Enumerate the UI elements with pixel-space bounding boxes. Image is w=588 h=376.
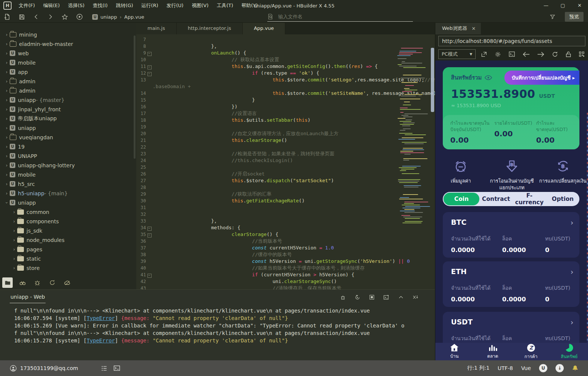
tree-item[interactable]: ›Uapp xyxy=(0,67,136,77)
chevron-right-icon[interactable]: › xyxy=(4,41,10,47)
fold-marker[interactable]: − xyxy=(146,271,153,278)
chevron-right-icon[interactable]: › xyxy=(11,237,17,243)
asset-card-eth[interactable]: ETH›จำนวนเงินที่ใช้ได้0.0000ล็อค0.0000ทบ… xyxy=(443,261,579,307)
tree-item[interactable]: ›Uuniapp xyxy=(0,123,136,133)
terminal-status-icon[interactable] xyxy=(113,365,120,372)
quick-action[interactable]: เพิ่มมูลค่า xyxy=(435,156,486,191)
nav-assets[interactable]: สินทรัพย์ xyxy=(550,343,588,360)
chevron-right-icon[interactable]: › xyxy=(4,125,10,131)
nav-back-icon[interactable] xyxy=(523,52,530,57)
sidebar-scrollbar[interactable] xyxy=(134,35,136,159)
devtools-console-icon[interactable] xyxy=(508,51,515,57)
files-panel-icon[interactable] xyxy=(2,277,13,288)
chevron-right-icon[interactable]: › xyxy=(4,135,10,140)
chevron-right-icon[interactable]: › xyxy=(11,209,17,215)
menu-item-e[interactable]: 编辑(E) xyxy=(39,0,64,11)
tree-item[interactable]: ›U帝启版本uniapp xyxy=(0,114,136,123)
sync-panel-icon[interactable] xyxy=(47,277,57,288)
breadcrumb-file[interactable]: App.vue xyxy=(124,14,144,20)
nav-forward-icon[interactable] xyxy=(537,52,544,57)
settings-gear-icon[interactable] xyxy=(495,51,501,58)
tree-item[interactable]: ›mining xyxy=(0,30,136,39)
cloud-panel-icon[interactable] xyxy=(62,277,72,288)
asset-card-btc[interactable]: BTC›จำนวนเงินที่ใช้ได้0.0000ล็อค0.0000ทบ… xyxy=(443,212,579,258)
editor-tab-http-interceptor-js[interactable]: http.interceptor.js xyxy=(177,22,243,34)
cursor-position[interactable]: 行:1 列:1 xyxy=(467,365,489,372)
preview-button[interactable]: 预览 xyxy=(565,12,584,22)
tree-item[interactable]: ›components xyxy=(0,217,136,226)
collapse-icon[interactable] xyxy=(398,294,404,301)
fold-marker[interactable]: − xyxy=(146,70,153,77)
chevron-right-icon[interactable]: › xyxy=(4,181,10,187)
chevron-right-icon[interactable]: › xyxy=(11,228,17,233)
tree-item[interactable]: ›node_modules xyxy=(0,235,136,245)
chevron-right-icon[interactable]: › xyxy=(11,219,17,224)
forward-icon[interactable] xyxy=(47,14,53,20)
lock-icon[interactable] xyxy=(566,51,571,58)
chevron-right-icon[interactable]: › xyxy=(4,79,10,84)
fold-collapse-icon[interactable]: − xyxy=(147,52,152,56)
fold-collapse-icon[interactable]: − xyxy=(147,227,152,231)
tree-item[interactable]: ›Uweb xyxy=(0,49,136,58)
qrcode-icon[interactable] xyxy=(579,51,585,57)
editor-tab-App-vue[interactable]: App.vue xyxy=(243,22,285,34)
notification-bell-icon[interactable]: 🔔︎ xyxy=(572,364,578,372)
chevron-right-icon[interactable]: › xyxy=(4,144,10,149)
chevron-right-icon[interactable]: › xyxy=(4,51,10,56)
market-tab-option[interactable]: Option xyxy=(546,196,579,202)
minimap[interactable] xyxy=(396,47,429,286)
eye-icon[interactable] xyxy=(485,75,492,80)
quick-action[interactable]: ฿การแลกเปลี่ยนสกุลเงิน xyxy=(537,156,588,191)
tree-item[interactable]: ›js_sdk xyxy=(0,226,136,235)
menu-item-i[interactable]: 查找(I) xyxy=(88,0,112,11)
tree-item[interactable]: ›admin xyxy=(0,77,136,86)
search-panel-icon[interactable] xyxy=(17,277,28,288)
fold-collapse-icon[interactable]: − xyxy=(147,274,152,278)
chevron-right-icon[interactable]: › xyxy=(4,88,10,93)
chevron-right-icon[interactable]: › xyxy=(4,163,10,168)
terminal-icon[interactable] xyxy=(383,294,390,301)
chevron-right-icon[interactable]: › xyxy=(11,256,17,261)
tree-item[interactable]: ›static xyxy=(0,254,136,263)
tree-item[interactable]: ›pages xyxy=(0,245,136,254)
favorite-star-icon[interactable] xyxy=(62,14,68,20)
filter-icon[interactable] xyxy=(550,14,556,20)
save-icon[interactable] xyxy=(19,14,25,20)
close-button[interactable]: ✕ xyxy=(571,0,588,11)
account-change-log-button[interactable]: บันทึกการเปลี่ยนแปลงบัญชี ▸ xyxy=(504,71,579,85)
tree-item[interactable]: ›Uuniapp xyxy=(0,198,136,207)
back-icon[interactable] xyxy=(33,14,39,20)
tree-item[interactable]: ›admin xyxy=(0,86,136,95)
tree-item[interactable]: ›eladmin-web-master xyxy=(0,39,136,49)
chevron-right-icon[interactable]: › xyxy=(4,69,10,75)
code-area[interactable]: 78 },9− onLaunch() {10 // 获取站点基本设置11− th… xyxy=(136,34,435,289)
close-console-icon[interactable] xyxy=(412,294,419,301)
fold-collapse-icon[interactable]: − xyxy=(147,65,152,69)
fold-collapse-icon[interactable]: − xyxy=(147,233,152,237)
tree-item[interactable]: ›Uuniapp - {master} xyxy=(0,95,136,105)
chevron-right-icon[interactable]: › xyxy=(4,60,10,65)
maximize-button[interactable]: ▢ xyxy=(554,0,571,11)
fold-marker[interactable]: − xyxy=(146,231,153,238)
debug-icon[interactable] xyxy=(340,294,346,301)
menu-item-t[interactable]: 工具(T) xyxy=(213,0,237,11)
chevron-right-icon[interactable]: › xyxy=(4,116,10,121)
file-encoding[interactable]: UTF-8 xyxy=(498,365,513,371)
chevron-right-icon[interactable]: › xyxy=(11,265,17,271)
tree-item[interactable]: ›U19 xyxy=(0,142,136,151)
breadcrumb-project[interactable]: uniapp xyxy=(100,14,117,20)
user-email[interactable]: 1735031199@qq.com xyxy=(20,365,78,371)
open-external-icon[interactable] xyxy=(481,51,487,58)
chevron-right-icon[interactable]: › xyxy=(4,97,10,103)
tree-item[interactable]: ›store xyxy=(0,263,136,273)
menu-item-s[interactable]: 选择(S) xyxy=(64,0,88,11)
tree-item[interactable]: ›Umobile xyxy=(0,170,136,179)
minimize-button[interactable]: — xyxy=(538,0,554,11)
tree-item[interactable]: ›Umobile xyxy=(0,58,136,67)
fold-marker[interactable]: − xyxy=(146,50,153,56)
menu-item-r[interactable]: 运行(R) xyxy=(137,0,162,11)
tree-item[interactable]: ›Uh5_src xyxy=(0,179,136,189)
stop-icon[interactable] xyxy=(369,294,375,301)
restart-icon[interactable] xyxy=(354,294,361,301)
file-language[interactable]: Vue xyxy=(521,365,531,371)
